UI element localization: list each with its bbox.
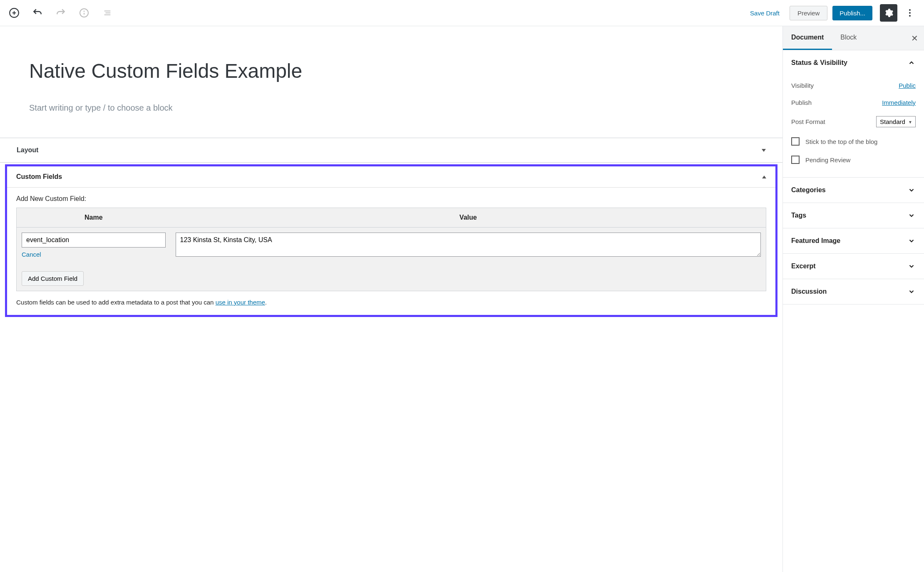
custom-fields-subtitle: Add New Custom Field: [16, 195, 766, 203]
post-format-select[interactable]: Standard [876, 116, 916, 127]
publish-label: Publish [791, 99, 812, 106]
panel-status-title: Status & Visibility [791, 59, 847, 67]
custom-fields-title: Custom Fields [16, 173, 62, 181]
pending-checkbox[interactable] [791, 156, 800, 164]
chevron-down-icon [907, 237, 916, 245]
post-format-select-wrap: Standard [876, 116, 916, 127]
tab-block[interactable]: Block [832, 26, 865, 50]
publish-row: Publish Immediately [791, 94, 916, 111]
info-icon[interactable] [77, 5, 92, 20]
panel-tags-title: Tags [791, 212, 806, 219]
toolbar-right: Save Draft Preview Publish... [745, 4, 917, 22]
cf-note-prefix: Custom fields can be used to add extra m… [16, 299, 216, 306]
panel-status-header[interactable]: Status & Visibility [783, 50, 924, 75]
cf-cancel-link[interactable]: Cancel [22, 251, 41, 258]
triangle-down-icon [762, 149, 766, 152]
chevron-down-icon [907, 211, 916, 220]
chevron-down-icon [907, 262, 916, 270]
svg-point-5 [84, 11, 84, 12]
panel-categories-header[interactable]: Categories [783, 178, 924, 203]
stick-label: Stick to the top of the blog [805, 138, 877, 145]
layout-metabox-header[interactable]: Layout [0, 138, 782, 162]
panel-categories-title: Categories [791, 186, 826, 194]
save-draft-button[interactable]: Save Draft [745, 6, 785, 20]
visibility-label: Visibility [791, 82, 814, 89]
panel-excerpt: Excerpt [783, 254, 924, 279]
table-row: Cancel [17, 228, 766, 263]
layout-metabox-title: Layout [17, 146, 38, 154]
panel-excerpt-header[interactable]: Excerpt [783, 254, 924, 279]
editor-canvas: Native Custom Fields Example Start writi… [0, 26, 782, 138]
cf-note: Custom fields can be used to add extra m… [16, 299, 766, 306]
outline-icon[interactable] [100, 5, 115, 20]
panel-tags-header[interactable]: Tags [783, 203, 924, 228]
add-custom-field-button[interactable]: Add Custom Field [22, 271, 84, 286]
publish-value[interactable]: Immediately [882, 99, 916, 106]
publish-button[interactable]: Publish... [832, 6, 872, 20]
settings-sidebar: Document Block ✕ Status & Visibility Vis… [782, 26, 924, 572]
pending-label: Pending Review [805, 156, 850, 163]
custom-fields-highlight: Custom Fields Add New Custom Field: Name… [5, 164, 777, 317]
panel-excerpt-title: Excerpt [791, 262, 816, 270]
settings-button[interactable] [880, 4, 897, 22]
svg-point-9 [909, 9, 911, 11]
cf-note-suffix: . [265, 299, 267, 306]
cf-col-value: Value [171, 208, 766, 228]
sidebar-tabs: Document Block ✕ [783, 26, 924, 50]
panel-status-visibility: Status & Visibility Visibility Public Pu… [783, 50, 924, 178]
cf-note-link[interactable]: use in your theme [216, 299, 265, 306]
visibility-value[interactable]: Public [899, 82, 916, 89]
metabox-region: Layout Custom Fields Add New Custom Fiel… [0, 138, 782, 317]
chevron-up-icon [907, 59, 916, 67]
visibility-row: Visibility Public [791, 77, 916, 94]
post-format-row: Post Format Standard [791, 111, 916, 132]
panel-tags: Tags [783, 203, 924, 228]
custom-fields-body: Add New Custom Field: Name Value [7, 188, 775, 315]
redo-icon [53, 5, 68, 20]
svg-point-10 [909, 12, 911, 14]
custom-fields-header[interactable]: Custom Fields [7, 166, 775, 188]
chevron-down-icon [907, 186, 916, 194]
post-format-label: Post Format [791, 118, 825, 125]
table-row: Add Custom Field [17, 263, 766, 291]
panel-featured-image-header[interactable]: Featured Image [783, 228, 924, 253]
cf-name-input[interactable] [22, 233, 166, 248]
pending-row: Pending Review [791, 151, 916, 169]
cf-col-name: Name [17, 208, 171, 228]
block-placeholder[interactable]: Start writing or type / to choose a bloc… [29, 103, 753, 113]
panel-discussion: Discussion [783, 279, 924, 305]
layout-metabox: Layout [0, 138, 782, 163]
add-block-icon[interactable] [7, 5, 22, 20]
editor-area: Native Custom Fields Example Start writi… [0, 26, 782, 572]
toolbar-left [7, 5, 115, 20]
panel-status-body: Visibility Public Publish Immediately Po… [783, 75, 924, 177]
main-layout: Native Custom Fields Example Start writi… [0, 26, 924, 572]
custom-fields-table: Name Value Cancel [16, 208, 766, 291]
close-icon[interactable]: ✕ [911, 33, 918, 43]
post-title[interactable]: Native Custom Fields Example [29, 59, 753, 82]
tab-document[interactable]: Document [783, 26, 832, 50]
svg-point-11 [909, 15, 911, 17]
stick-row: Stick to the top of the blog [791, 132, 916, 151]
cf-value-textarea[interactable] [176, 233, 761, 257]
panel-featured-image: Featured Image [783, 228, 924, 254]
panel-featured-image-title: Featured Image [791, 237, 840, 245]
more-menu-icon[interactable] [902, 5, 917, 20]
editor-toolbar: Save Draft Preview Publish... [0, 0, 924, 26]
panel-discussion-title: Discussion [791, 288, 827, 295]
panel-discussion-header[interactable]: Discussion [783, 279, 924, 304]
panel-categories: Categories [783, 178, 924, 203]
undo-icon[interactable] [30, 5, 45, 20]
preview-button[interactable]: Preview [790, 6, 827, 20]
chevron-down-icon [907, 287, 916, 296]
triangle-up-icon [762, 176, 766, 178]
stick-checkbox[interactable] [791, 137, 800, 146]
